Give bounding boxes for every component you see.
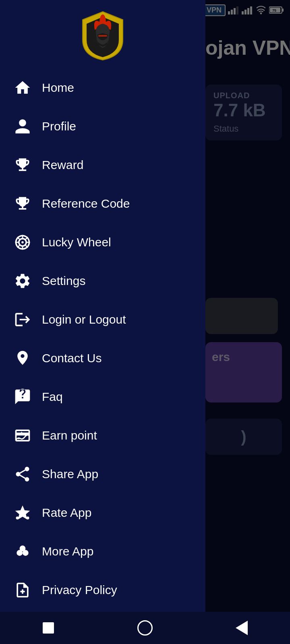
reward-icon [12, 155, 33, 175]
share-app-icon [12, 464, 33, 485]
contact-us-icon [12, 348, 33, 369]
menu-item-reward[interactable]: Reward [0, 146, 205, 184]
menu-item-contact-us[interactable]: Contact Us [0, 339, 205, 378]
rate-app-label: Rate App [42, 506, 91, 520]
menu-item-privacy-policy[interactable]: Privacy Policy [0, 571, 205, 609]
login-logout-icon [12, 309, 33, 330]
menu-item-more-app[interactable]: More App [0, 532, 205, 571]
menu-item-earn-point[interactable]: Earn point [0, 416, 205, 455]
menu-item-lucky-wheel[interactable]: Lucky Wheel [0, 223, 205, 262]
profile-label: Profile [42, 120, 76, 133]
nav-home-button[interactable] [133, 616, 157, 640]
nav-back-button[interactable] [230, 616, 254, 640]
svg-point-27 [16, 516, 19, 519]
reward-label: Reward [42, 158, 83, 172]
menu-item-settings[interactable]: Settings [0, 262, 205, 300]
navigation-drawer: Home Profile Reward [0, 0, 205, 644]
svg-point-28 [26, 516, 29, 519]
menu-item-faq[interactable]: Faq [0, 378, 205, 416]
earn-point-icon [12, 425, 33, 446]
profile-icon [12, 116, 33, 137]
login-logout-label: Login or Logout [42, 313, 126, 326]
square-icon [43, 622, 54, 634]
logo-area [0, 0, 205, 68]
menu-item-home[interactable]: Home [0, 68, 205, 107]
privacy-policy-label: Privacy Policy [42, 583, 117, 597]
privacy-policy-icon [12, 580, 33, 601]
faq-label: Faq [42, 390, 63, 404]
menu-item-profile[interactable]: Profile [0, 107, 205, 146]
more-app-label: More App [42, 545, 93, 558]
lucky-wheel-label: Lucky Wheel [42, 235, 111, 249]
more-app-icon [12, 541, 33, 562]
svg-rect-13 [98, 35, 107, 37]
nav-square-button[interactable] [36, 616, 60, 640]
settings-icon [12, 270, 33, 291]
menu-item-login-logout[interactable]: Login or Logout [0, 300, 205, 339]
svg-point-25 [18, 438, 20, 439]
rate-app-icon [12, 502, 33, 523]
home-icon [12, 77, 33, 98]
menu-list: Home Profile Reward [0, 68, 205, 644]
circle-icon [137, 620, 153, 636]
settings-label: Settings [42, 274, 85, 288]
faq-icon [12, 386, 33, 407]
reference-code-label: Reference Code [42, 197, 130, 211]
svg-point-31 [20, 545, 26, 551]
lucky-wheel-icon [12, 232, 33, 253]
earn-point-label: Earn point [42, 429, 97, 442]
dim-overlay [205, 0, 290, 644]
app-logo [81, 10, 125, 62]
svg-point-15 [21, 241, 24, 244]
menu-item-share-app[interactable]: Share App [0, 455, 205, 493]
reference-code-icon [12, 193, 33, 214]
navigation-bar [0, 612, 290, 644]
share-app-label: Share App [42, 467, 98, 481]
svg-point-14 [21, 201, 24, 204]
menu-item-rate-app[interactable]: Rate App [0, 493, 205, 532]
triangle-icon [236, 621, 248, 635]
menu-item-reference-code[interactable]: Reference Code [0, 184, 205, 223]
contact-us-label: Contact Us [42, 351, 102, 365]
home-label: Home [42, 81, 74, 95]
